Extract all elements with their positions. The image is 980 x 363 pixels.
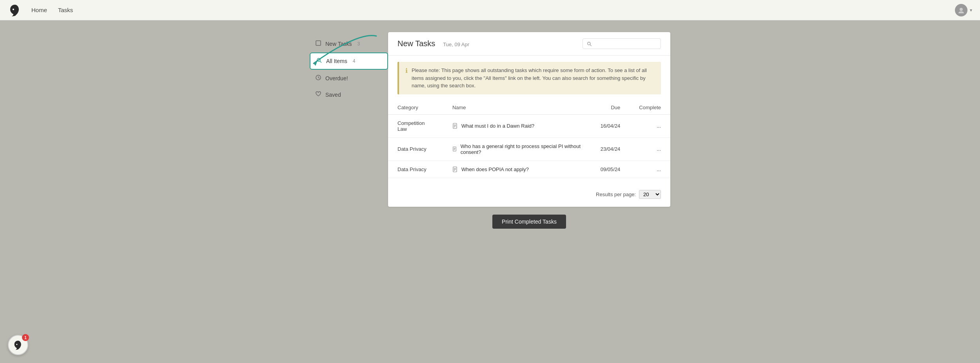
app-logo[interactable] [8,3,22,17]
new-tasks-icon [315,40,321,48]
doc-icon [452,166,458,172]
sidebar-item-all-items[interactable]: All Items 4 [310,52,388,70]
sidebar-item-overdue[interactable]: Overdue! [310,70,388,86]
info-icon: ℹ [405,67,408,74]
sidebar: New Tasks 3 All Items 4 Overdue! Saved [310,32,388,233]
sidebar-label-overdue: Overdue! [325,75,348,81]
cell-complete: ... [630,137,670,161]
task-name-link[interactable]: What must I do in a Dawn Raid? [461,123,534,129]
col-header-name: Name [443,101,591,115]
table-row: Data Privacy When does POPIA not apply? … [388,161,670,178]
notification-logo-icon [13,340,24,350]
notification-badge[interactable]: 1 [8,335,28,355]
search-icon [587,41,592,47]
sidebar-badge-new-tasks: 3 [357,41,360,47]
col-header-complete: Complete [630,101,670,115]
pagination-row: Results per page: 2050100 [388,186,670,207]
cell-complete: ... [630,161,670,178]
svg-point-23 [16,344,17,345]
cell-due: 09/05/24 [591,161,630,178]
svg-point-0 [13,9,14,10]
user-menu[interactable]: ▾ [955,4,972,16]
col-header-category: Category [388,101,443,115]
sidebar-label-saved: Saved [325,92,341,98]
user-dropdown-arrow: ▾ [970,7,972,13]
info-text: Please note: This page shows all outstan… [412,67,655,90]
nav-home[interactable]: Home [31,7,47,13]
svg-point-3 [317,58,320,61]
avatar [955,4,967,16]
svg-point-9 [588,42,590,45]
cell-name: What must I do in a Dawn Raid? [443,114,591,137]
doc-icon [452,146,457,152]
tasks-table: Category Name Due Complete Competition L… [388,101,670,178]
saved-icon [315,91,321,99]
main-content: New Tasks 3 All Items 4 Overdue! Saved [0,20,980,244]
col-header-due: Due [591,101,630,115]
cell-name: Who has a general right to process speci… [443,137,591,161]
navbar: Home Tasks ▾ [0,0,980,20]
svg-line-4 [320,61,321,63]
svg-rect-2 [316,41,321,45]
svg-line-7 [318,78,319,78]
content-title: New Tasks [397,39,435,48]
print-area: Print Completed Tasks [492,207,566,233]
table-row: Competition Law What must I do in a Dawn… [388,114,670,137]
sidebar-label-all-items: All Items [326,58,347,64]
pagination-label: Results per page: [596,191,636,197]
cell-name: When does POPIA not apply? [443,161,591,178]
cell-due: 16/04/24 [591,114,630,137]
task-name-link[interactable]: When does POPIA not apply? [461,166,529,172]
search-box[interactable] [583,38,661,49]
content-date: Tue, 09 Apr [443,42,469,47]
nav-tasks[interactable]: Tasks [58,7,73,13]
search-input[interactable] [594,41,657,47]
results-per-page-select[interactable]: 2050100 [639,190,661,199]
sidebar-label-new-tasks: New Tasks [325,41,352,47]
sidebar-badge-all-items: 4 [353,58,356,64]
cell-category: Data Privacy [388,161,443,178]
doc-icon [452,123,458,129]
content-panel: New Tasks Tue, 09 Apr ℹ Please note: Thi… [388,32,670,207]
info-banner: ℹ Please note: This page shows all outst… [397,62,661,94]
cell-complete: ... [630,114,670,137]
notification-count: 1 [22,334,29,341]
sidebar-item-saved[interactable]: Saved [310,87,388,103]
all-items-icon [316,57,322,65]
sidebar-item-new-tasks[interactable]: New Tasks 3 [310,36,388,52]
overdue-icon [315,74,321,82]
svg-point-1 [960,8,963,11]
cell-due: 23/04/24 [591,137,630,161]
content-header: New Tasks Tue, 09 Apr [388,32,670,56]
cell-category: Data Privacy [388,137,443,161]
task-name-link[interactable]: Who has a general right to process speci… [461,143,582,155]
nav-links: Home Tasks [31,7,73,13]
table-row: Data Privacy Who has a general right to … [388,137,670,161]
cell-category: Competition Law [388,114,443,137]
print-completed-tasks-button[interactable]: Print Completed Tasks [492,215,566,229]
svg-line-10 [590,44,592,46]
